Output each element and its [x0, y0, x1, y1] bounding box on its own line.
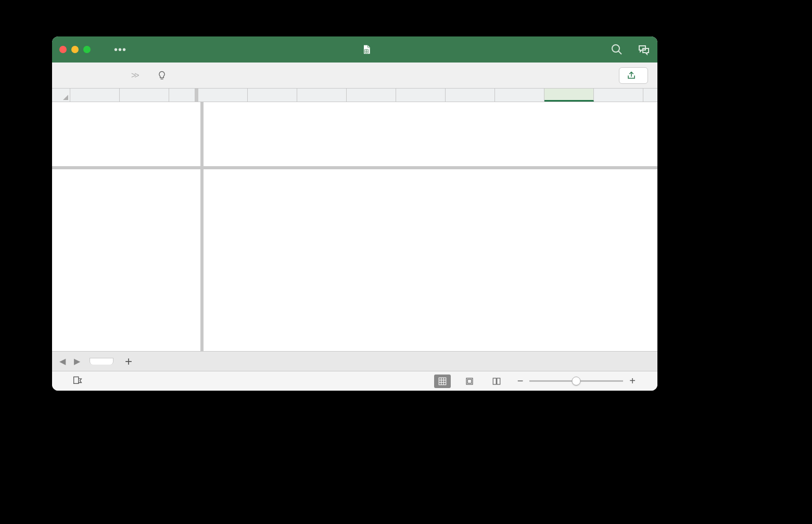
svg-point-3	[612, 45, 619, 52]
view-page-break-button[interactable]	[488, 375, 505, 388]
view-normal-button[interactable]	[434, 375, 451, 388]
svg-rect-6	[74, 377, 79, 384]
spreadsheet-grid	[52, 89, 657, 351]
accessibility-icon[interactable]	[72, 374, 83, 388]
zoom-in-button[interactable]: +	[627, 375, 638, 387]
svg-line-4	[618, 51, 621, 54]
col-header-F[interactable]	[347, 89, 396, 102]
vertical-split-bar[interactable]	[200, 102, 204, 351]
col-header-C[interactable]	[198, 89, 248, 102]
col-header-H[interactable]	[446, 89, 495, 102]
col-header-B[interactable]	[120, 89, 169, 102]
col-header-A[interactable]	[70, 89, 120, 102]
select-all-corner[interactable]	[52, 89, 70, 102]
excel-file-icon	[361, 44, 372, 55]
col-header-G[interactable]	[396, 89, 446, 102]
col-header-C-left[interactable]	[169, 89, 195, 102]
svg-rect-14	[493, 378, 496, 384]
zoom-slider-thumb[interactable]	[572, 377, 581, 385]
app-window: ••• >>	[52, 36, 657, 391]
close-window-button[interactable]	[59, 46, 67, 53]
col-header-J[interactable]	[544, 89, 594, 102]
comments-icon[interactable]	[638, 43, 650, 56]
col-header-I[interactable]	[495, 89, 544, 102]
svg-rect-15	[497, 378, 500, 384]
zoom-out-button[interactable]: −	[515, 375, 526, 387]
window-controls	[59, 46, 91, 53]
more-tabs-chevron-icon[interactable]: >>	[131, 71, 138, 80]
titlebar-actions	[611, 43, 650, 56]
sheet-nav-next[interactable]: ▶	[71, 356, 83, 366]
titlebar: •••	[52, 36, 657, 63]
ribbon-tabs: >>	[52, 63, 657, 89]
maximize-window-button[interactable]	[83, 46, 91, 53]
col-header-K[interactable]	[594, 89, 643, 102]
svg-rect-7	[439, 378, 446, 385]
search-icon[interactable]	[611, 43, 623, 56]
view-page-layout-button[interactable]	[461, 375, 478, 388]
minimize-window-button[interactable]	[71, 46, 79, 53]
sheet-nav-prev[interactable]: ◀	[56, 356, 69, 366]
rows-container	[52, 102, 657, 351]
col-header-E[interactable]	[297, 89, 347, 102]
sheet-tab-active[interactable]	[90, 358, 113, 365]
more-menu-button[interactable]: •••	[114, 44, 126, 56]
status-bar: − +	[52, 371, 657, 391]
sheet-tab-bar: ◀ ▶ +	[52, 351, 657, 371]
share-button[interactable]	[619, 67, 648, 84]
column-headers	[52, 89, 657, 102]
window-title	[126, 44, 611, 55]
add-sheet-button[interactable]: +	[116, 354, 142, 369]
lightbulb-icon	[157, 70, 167, 81]
svg-rect-13	[467, 379, 472, 383]
share-icon	[627, 71, 636, 80]
tell-me-search[interactable]	[157, 70, 171, 81]
zoom-slider-track[interactable]	[529, 380, 623, 382]
zoom-slider: − +	[515, 375, 638, 387]
horizontal-split-bar[interactable]	[52, 166, 657, 169]
col-header-D[interactable]	[248, 89, 297, 102]
